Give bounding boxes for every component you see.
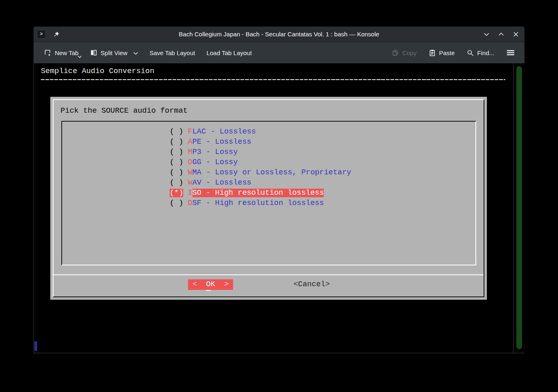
- button-separator: [54, 274, 484, 275]
- hamburger-menu-icon: [506, 49, 515, 56]
- toolbar: New Tab Split View Save Tab Layo: [34, 42, 524, 63]
- radio-option-wma[interactable]: ( )WMA - Lossy or Lossless, Proprietary: [170, 167, 475, 178]
- paste-icon: [429, 49, 436, 56]
- scrollbar-track[interactable]: [513, 63, 524, 353]
- scrollbar-thumb[interactable]: [516, 66, 522, 349]
- find-label: Find...: [477, 49, 494, 56]
- terminal-screen[interactable]: Semplice Audio Conversion Pick the SOURC…: [34, 63, 524, 353]
- radio-option-wav[interactable]: ( )WAV - Lossless: [170, 178, 475, 188]
- new-tab-icon: [44, 49, 52, 56]
- cancel-button[interactable]: <Cancel>: [294, 279, 330, 290]
- minimize-button[interactable]: [482, 30, 491, 39]
- new-tab-label: New Tab: [55, 49, 78, 56]
- terminal-cursor: [34, 341, 37, 351]
- save-tab-layout-label: Save Tab Layout: [150, 49, 195, 56]
- close-button[interactable]: [511, 30, 520, 39]
- window-title: Bach Collegium Japan - Bach - Secular Ca…: [34, 31, 524, 38]
- split-view-button[interactable]: Split View: [86, 46, 142, 59]
- load-tab-layout-label: Load Tab Layout: [206, 49, 252, 56]
- konsole-prompt-icon: >: [37, 30, 46, 39]
- split-view-icon: [90, 49, 97, 56]
- radio-option-mp3[interactable]: ( )MP3 - Lossy: [170, 147, 475, 157]
- split-view-label: Split View: [101, 49, 128, 56]
- paste-button[interactable]: Paste: [425, 47, 459, 59]
- copy-button: Copy: [388, 47, 421, 59]
- save-tab-layout-button[interactable]: Save Tab Layout: [146, 47, 199, 59]
- dialog-title: Pick the SOURCE audio format: [61, 106, 188, 116]
- radio-option-ogg[interactable]: ( )OGG - Lossy: [170, 157, 475, 167]
- source-format-dialog: Pick the SOURCE audio format ( )FLAC - L…: [50, 97, 487, 300]
- radio-option-ape[interactable]: ( )APE - Lossless: [170, 137, 475, 147]
- heading-underline: [41, 79, 505, 80]
- radio-option-dsf[interactable]: ( )DSF - High resolution lossless: [170, 198, 475, 208]
- new-tab-button[interactable]: New Tab: [40, 46, 83, 59]
- find-button[interactable]: Find...: [463, 47, 498, 59]
- radio-option-flac[interactable]: ( )FLAC - Lossless: [170, 127, 475, 137]
- ok-button[interactable]: <OK>: [188, 279, 233, 290]
- chevron-down-icon: [78, 53, 82, 60]
- konsole-window: > Bach Collegium Japan - Bach - Secular …: [34, 27, 524, 353]
- copy-label: Copy: [402, 49, 417, 56]
- chevron-down-icon: [133, 49, 138, 56]
- titlebar[interactable]: > Bach Collegium Japan - Bach - Secular …: [34, 27, 524, 42]
- search-icon: [467, 49, 474, 56]
- copy-icon: [392, 49, 399, 56]
- radio-option-iso[interactable]: (*)ISO - High resolution lossless: [170, 188, 475, 198]
- format-radiolist: ( )FLAC - Lossless ( )APE - Lossless ( )…: [61, 121, 476, 265]
- pin-icon[interactable]: [53, 31, 60, 38]
- maximize-button[interactable]: [497, 30, 506, 39]
- terminal-heading: Semplice Audio Conversion: [41, 66, 155, 76]
- load-tab-layout-button[interactable]: Load Tab Layout: [202, 47, 256, 59]
- hamburger-menu-button[interactable]: [502, 47, 519, 59]
- paste-label: Paste: [439, 49, 455, 56]
